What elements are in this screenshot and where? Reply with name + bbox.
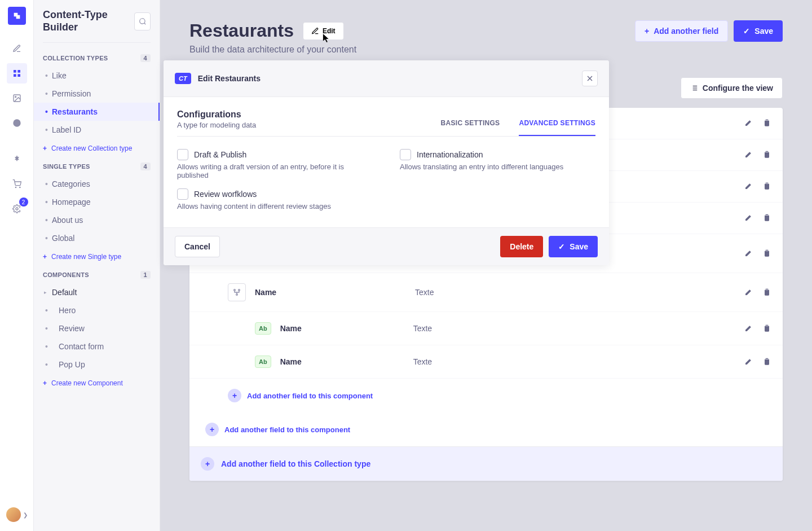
internationalization-label: Internationalization bbox=[417, 150, 483, 159]
settings-badge: 2 bbox=[19, 198, 28, 207]
trash-icon[interactable] bbox=[762, 323, 771, 334]
avatar bbox=[6, 507, 21, 522]
draft-publish-checkbox[interactable] bbox=[177, 149, 188, 160]
sidebar-item-like[interactable]: Like bbox=[34, 67, 160, 85]
pencil-icon[interactable] bbox=[744, 213, 753, 223]
svg-point-6 bbox=[13, 119, 20, 126]
sidebar-item-about-us[interactable]: About us bbox=[34, 211, 160, 229]
field-row-nested: Name Texte bbox=[189, 273, 783, 312]
settings-icon[interactable]: 2 bbox=[7, 199, 27, 219]
chevron-right-icon: ❯ bbox=[23, 512, 28, 518]
pencil-icon[interactable] bbox=[744, 118, 753, 129]
field-row-nested-2: Ab Name Texte bbox=[189, 345, 783, 379]
content-type-builder-icon[interactable] bbox=[7, 63, 27, 84]
trash-icon[interactable] bbox=[762, 248, 771, 259]
review-workflows-checkbox[interactable] bbox=[177, 188, 188, 200]
trash-icon[interactable] bbox=[762, 150, 771, 160]
field-row-nested-2: Ab Name Texte bbox=[189, 312, 783, 345]
pencil-icon[interactable] bbox=[744, 357, 753, 367]
svg-point-21 bbox=[239, 289, 240, 291]
plus-circle-icon: + bbox=[228, 389, 241, 402]
save-button[interactable]: ✓ Save bbox=[734, 20, 783, 42]
components-count: 1 bbox=[140, 271, 151, 279]
marketplace-icon[interactable] bbox=[7, 174, 27, 194]
component-icon[interactable] bbox=[228, 283, 246, 301]
review-workflows-desc: Allows having content in different revie… bbox=[177, 202, 373, 210]
edit-modal: CT Edit Restaurants Configurations A typ… bbox=[164, 60, 609, 265]
svg-point-10 bbox=[139, 18, 144, 23]
components-header[interactable]: COMPONENTS 1 bbox=[34, 266, 160, 283]
plus-icon: + bbox=[43, 253, 47, 261]
media-library-icon[interactable] bbox=[7, 88, 27, 108]
sidebar-item-review[interactable]: Review bbox=[34, 319, 160, 337]
check-icon: ✓ bbox=[743, 27, 750, 36]
sidebar-title: Content-Type Builder bbox=[43, 9, 134, 33]
sidebar-item-pop-up[interactable]: Pop Up bbox=[34, 356, 160, 374]
create-collection-type[interactable]: + Create new Collection type bbox=[34, 139, 160, 158]
tab-advanced-settings[interactable]: ADVANCED SETTINGS bbox=[519, 119, 595, 136]
sidebar-item-categories[interactable]: Categories bbox=[34, 175, 160, 193]
sidebar-item-global[interactable]: Global bbox=[34, 229, 160, 247]
tab-basic-settings[interactable]: BASIC SETTINGS bbox=[441, 119, 500, 136]
component-group-default[interactable]: Default bbox=[34, 283, 160, 301]
add-field-button[interactable]: + Add another field bbox=[635, 20, 728, 42]
create-component[interactable]: + Create new Component bbox=[34, 374, 160, 393]
nav-rail: 2 ❯ bbox=[0, 0, 34, 531]
plus-icon: + bbox=[43, 144, 47, 152]
page-subtitle: Build the data architecture of your cont… bbox=[189, 45, 356, 55]
svg-point-8 bbox=[19, 187, 20, 187]
delete-button[interactable]: Delete bbox=[500, 236, 543, 257]
single-types-header[interactable]: SINGLE TYPES 4 bbox=[34, 158, 160, 175]
add-field-to-component-inner[interactable]: + Add another field to this component bbox=[189, 379, 783, 412]
sidebar-item-hero[interactable]: Hero bbox=[34, 301, 160, 319]
trash-icon[interactable] bbox=[762, 181, 771, 192]
collection-types-header[interactable]: COLLECTION TYPES 4 bbox=[34, 50, 160, 67]
check-icon: ✓ bbox=[558, 242, 565, 251]
draft-publish-desc: Allows writing a draft version of an ent… bbox=[177, 163, 373, 179]
review-workflows-label: Review worfklows bbox=[194, 190, 257, 199]
pencil-icon[interactable] bbox=[744, 323, 753, 334]
plus-icon: + bbox=[43, 379, 47, 387]
ct-badge: CT bbox=[175, 73, 191, 84]
trash-icon[interactable] bbox=[762, 357, 771, 367]
modal-title: Edit Restaurants bbox=[198, 74, 261, 83]
add-field-to-collection[interactable]: + Add another field to this Collection t… bbox=[189, 446, 783, 481]
plus-circle-icon: + bbox=[201, 457, 214, 471]
content-manager-icon[interactable] bbox=[7, 38, 27, 59]
app-logo[interactable] bbox=[8, 7, 26, 25]
close-button[interactable] bbox=[582, 71, 598, 86]
trash-icon[interactable] bbox=[762, 213, 771, 223]
config-title: Configurations bbox=[177, 109, 256, 120]
sidebar-item-permission[interactable]: Permission bbox=[34, 85, 160, 103]
svg-rect-3 bbox=[17, 74, 20, 77]
sidebar-item-contact-form[interactable]: Contact form bbox=[34, 337, 160, 356]
svg-point-5 bbox=[15, 96, 16, 98]
pencil-icon[interactable] bbox=[744, 248, 753, 259]
sidebar-item-restaurants[interactable]: Restaurants bbox=[34, 103, 160, 121]
add-field-to-component[interactable]: + Add another field to this component bbox=[189, 412, 783, 446]
configure-view-button[interactable]: Configure the view bbox=[681, 77, 783, 99]
plugins-icon[interactable] bbox=[7, 149, 27, 169]
plus-circle-icon: + bbox=[205, 423, 219, 436]
create-single-type[interactable]: + Create new Single type bbox=[34, 247, 160, 266]
trash-icon[interactable] bbox=[762, 118, 771, 129]
search-button[interactable] bbox=[134, 12, 151, 30]
pencil-icon[interactable] bbox=[744, 150, 753, 160]
page-title: Restaurants bbox=[189, 20, 294, 41]
user-menu[interactable]: ❯ bbox=[6, 507, 28, 531]
plus-icon: + bbox=[645, 27, 649, 36]
cancel-button[interactable]: Cancel bbox=[175, 236, 220, 257]
trash-icon[interactable] bbox=[762, 287, 771, 298]
sidebar: Content-Type Builder COLLECTION TYPES 4 … bbox=[34, 0, 160, 531]
svg-point-20 bbox=[234, 289, 236, 291]
pencil-icon[interactable] bbox=[744, 181, 753, 192]
sidebar-item-homepage[interactable]: Homepage bbox=[34, 193, 160, 211]
svg-point-9 bbox=[16, 208, 18, 210]
info-icon[interactable] bbox=[7, 113, 27, 133]
svg-point-7 bbox=[15, 187, 16, 187]
modal-save-button[interactable]: ✓ Save bbox=[549, 236, 598, 257]
sidebar-item-label-id[interactable]: Label ID bbox=[34, 121, 160, 139]
internationalization-checkbox[interactable] bbox=[400, 149, 411, 160]
pencil-icon[interactable] bbox=[744, 287, 753, 298]
svg-rect-2 bbox=[14, 74, 16, 77]
